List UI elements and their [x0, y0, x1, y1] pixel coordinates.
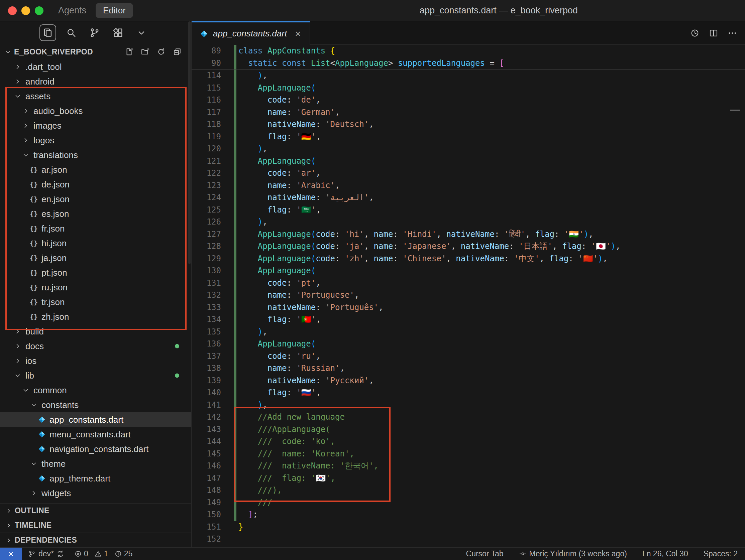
code-line[interactable]: 132 name: 'Portuguese', — [192, 289, 745, 302]
code-line[interactable]: 114 ), — [192, 70, 745, 82]
code-line[interactable]: 125 flag: '🇸🇦', — [192, 204, 745, 216]
chevron-down-icon[interactable] — [133, 24, 150, 41]
refresh-icon[interactable] — [156, 46, 166, 57]
problems-indicator[interactable]: 0 1 25 — [74, 549, 136, 558]
indentation-indicator[interactable]: Spaces: 2 — [704, 549, 738, 558]
split-editor-icon[interactable] — [708, 28, 719, 38]
close-tab-icon[interactable]: × — [294, 29, 302, 39]
tree-item-translations[interactable]: translations — [0, 148, 191, 163]
code-line[interactable]: 139 nativeName: 'Русский', — [192, 375, 745, 387]
code-line[interactable]: 148 ///), — [192, 484, 745, 496]
close-window-button[interactable] — [8, 6, 17, 15]
code-line[interactable]: 116 code: 'de', — [192, 94, 745, 106]
tree-item-zh.json[interactable]: {}zh.json — [0, 309, 191, 324]
panel-dependencies[interactable]: DEPENDENCIES — [0, 533, 191, 547]
code-editor[interactable]: 89class AppConstants {90 static const Li… — [192, 45, 745, 547]
tree-item-app_constants.dart[interactable]: app_constants.dart — [0, 412, 191, 427]
code-line[interactable]: 149 /// — [192, 496, 745, 509]
sidebar-scrollbar[interactable] — [188, 22, 191, 264]
code-line[interactable]: 131 code: 'pt', — [192, 277, 745, 289]
code-line[interactable]: 121 AppLanguage( — [192, 155, 745, 167]
titlebar-tab-editor[interactable]: Editor — [96, 3, 133, 18]
code-line[interactable]: 127 AppLanguage(code: 'hi', name: 'Hindi… — [192, 228, 745, 241]
tree-item-fr.json[interactable]: {}fr.json — [0, 221, 191, 236]
tree-item-navigation_constants.dart[interactable]: navigation_constants.dart — [0, 442, 191, 456]
code-line[interactable]: 119 flag: '🇩🇪', — [192, 131, 745, 143]
code-line[interactable]: 130 AppLanguage( — [192, 265, 745, 277]
code-line[interactable]: 138 name: 'Russian', — [192, 362, 745, 375]
code-line[interactable]: 123 name: 'Arabic', — [192, 179, 745, 192]
code-line[interactable]: 136 AppLanguage( — [192, 338, 745, 350]
cursor-position-indicator[interactable]: Ln 26, Col 30 — [642, 549, 688, 558]
code-line[interactable]: 146 /// nativeName: '한국어', — [192, 460, 745, 472]
tree-item-ja.json[interactable]: {}ja.json — [0, 251, 191, 265]
tree-item-widgets[interactable]: widgets — [0, 486, 191, 500]
tree-item-build[interactable]: build — [0, 324, 191, 339]
code-line[interactable]: 145 /// name: 'Korean', — [192, 448, 745, 460]
explorer-view-icon[interactable] — [39, 24, 56, 41]
code-line[interactable]: 115 AppLanguage( — [192, 82, 745, 94]
tree-item-menu_constants.dart[interactable]: menu_constants.dart — [0, 427, 191, 442]
tree-item-lib[interactable]: lib — [0, 368, 191, 383]
code-line[interactable]: 142 //Add new language — [192, 411, 745, 423]
panel-outline[interactable]: OUTLINE — [0, 503, 191, 518]
tree-item-ar.json[interactable]: {}ar.json — [0, 163, 191, 177]
code-line[interactable]: 141 ), — [192, 399, 745, 411]
tree-item-images[interactable]: images — [0, 118, 191, 133]
tree-item-ios[interactable]: ios — [0, 353, 191, 368]
git-blame-indicator[interactable]: Meriç Yıldırım (3 weeks ago) — [519, 549, 627, 558]
tree-item-logos[interactable]: logos — [0, 133, 191, 148]
tree-item-de.json[interactable]: {}de.json — [0, 177, 191, 192]
code-line[interactable]: 147 /// flag: '🇰🇷', — [192, 472, 745, 485]
zoom-window-button[interactable] — [35, 6, 43, 15]
tree-item-android[interactable]: android — [0, 74, 191, 89]
titlebar-tab-agents[interactable]: Agents — [58, 5, 86, 16]
code-line[interactable]: 137 code: 'ru', — [192, 350, 745, 362]
remote-indicator[interactable] — [0, 548, 22, 560]
panel-timeline[interactable]: TIMELINE — [0, 518, 191, 533]
source-control-icon[interactable] — [86, 24, 103, 41]
tree-item-ru.json[interactable]: {}ru.json — [0, 280, 191, 295]
tree-item-pt.json[interactable]: {}pt.json — [0, 265, 191, 280]
tree-item-app_theme.dart[interactable]: app_theme.dart — [0, 471, 191, 486]
tab-app-constants-dart[interactable]: app_constants.dart × — [192, 22, 310, 45]
code-line[interactable]: 144 /// code: 'ko', — [192, 435, 745, 448]
tree-item-docs[interactable]: docs — [0, 339, 191, 353]
code-line[interactable]: 129 AppLanguage(code: 'zh', name: 'Chine… — [192, 253, 745, 265]
code-line[interactable]: 128 AppLanguage(code: 'ja', name: 'Japan… — [192, 240, 745, 253]
more-actions-icon[interactable] — [727, 28, 738, 38]
tree-item-.dart_tool[interactable]: .dart_tool — [0, 60, 191, 74]
collapse-all-icon[interactable] — [172, 46, 183, 57]
tree-item-audio_books[interactable]: audio_books — [0, 104, 191, 118]
new-file-icon[interactable] — [124, 46, 134, 57]
minimize-window-button[interactable] — [22, 6, 30, 15]
extensions-icon[interactable] — [110, 24, 126, 41]
scrollbar-thumb[interactable] — [730, 110, 740, 111]
code-line[interactable]: 134 flag: '🇵🇹', — [192, 313, 745, 326]
timeline-history-icon[interactable] — [689, 28, 700, 38]
code-line[interactable]: 117 name: 'German', — [192, 106, 745, 118]
cursor-tab-indicator[interactable]: Cursor Tab — [466, 549, 504, 558]
explorer-section-header[interactable]: E_BOOK_RIVERPOD — [0, 44, 191, 60]
code-line[interactable]: 150 ]; — [192, 509, 745, 521]
tree-item-es.json[interactable]: {}es.json — [0, 207, 191, 221]
code-line[interactable]: 126 ), — [192, 216, 745, 228]
code-line[interactable]: 124 nativeName: 'العربية', — [192, 191, 745, 204]
git-branch-indicator[interactable]: dev* — [28, 549, 64, 558]
tree-item-assets[interactable]: assets — [0, 89, 191, 104]
tree-item-tr.json[interactable]: {}tr.json — [0, 295, 191, 309]
tree-item-en.json[interactable]: {}en.json — [0, 192, 191, 207]
code-line[interactable]: 135 ), — [192, 326, 745, 338]
code-line[interactable]: 140 flag: '🇷🇺', — [192, 387, 745, 399]
code-line[interactable]: 120 ), — [192, 143, 745, 155]
code-line[interactable]: 152 — [192, 533, 745, 545]
code-line[interactable]: 118 nativeName: 'Deutsch', — [192, 118, 745, 131]
code-line[interactable]: 151} — [192, 521, 745, 533]
tree-item-theme[interactable]: theme — [0, 456, 191, 471]
code-line[interactable]: 143 ///AppLanguage( — [192, 423, 745, 436]
tree-item-hi.json[interactable]: {}hi.json — [0, 236, 191, 251]
code-line[interactable]: 133 nativeName: 'Português', — [192, 302, 745, 314]
search-icon[interactable] — [63, 24, 79, 41]
code-line[interactable]: 122 code: 'ar', — [192, 167, 745, 179]
new-folder-icon[interactable] — [140, 46, 151, 57]
